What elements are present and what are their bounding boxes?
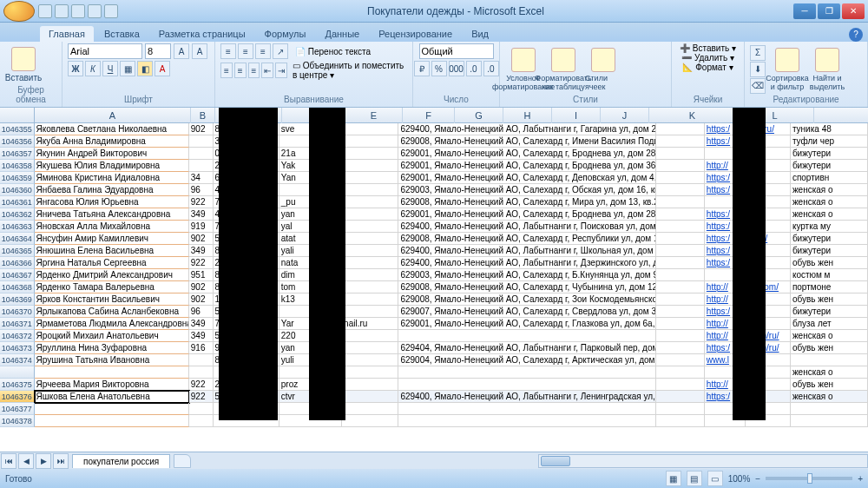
cell[interactable] xyxy=(342,148,398,160)
cell-address[interactable] xyxy=(398,403,656,415)
cell[interactable] xyxy=(656,257,704,269)
cell-address[interactable]: 629008, Ямало-Ненецкий АО, Салехард г, Р… xyxy=(398,233,656,245)
cell[interactable]: 951 xyxy=(189,269,214,281)
cell[interactable] xyxy=(656,135,704,148)
cell[interactable] xyxy=(342,245,398,257)
col-header[interactable]: E xyxy=(345,108,403,123)
cell-address[interactable]: 629004, Ямало-Ненецкий АО, Салехард г, А… xyxy=(398,354,656,366)
zoom-out-icon[interactable]: − xyxy=(755,474,760,484)
align-center-icon[interactable]: ≡ xyxy=(234,63,247,78)
align-right-icon[interactable]: ≡ xyxy=(248,63,260,78)
col-header[interactable]: H xyxy=(503,108,552,123)
cell[interactable] xyxy=(656,160,704,172)
row-header[interactable]: 1046372 xyxy=(0,330,35,342)
cell[interactable]: туфли чер xyxy=(791,135,868,148)
cell[interactable] xyxy=(656,208,704,221)
row-header[interactable]: 1046362 xyxy=(0,208,35,221)
format-cells-button[interactable]: 📐 Формат ▾ xyxy=(682,63,733,72)
cell[interactable]: 349 xyxy=(189,245,214,257)
cell[interactable] xyxy=(342,366,398,379)
currency-icon[interactable]: ₽ xyxy=(414,61,430,76)
cell[interactable]: 34 xyxy=(189,172,214,184)
cell-address[interactable] xyxy=(398,330,656,342)
cell-name[interactable]: Ярчеева Мария Викторовна xyxy=(35,379,189,391)
tab-insert[interactable]: Вставка xyxy=(95,26,148,42)
view-normal-icon[interactable]: ▦ xyxy=(666,471,681,486)
cell-name[interactable]: Ярушина Татьяна Ивановна xyxy=(35,354,189,366)
cell-name[interactable]: Ярмаметова Людмила Александровна xyxy=(35,318,189,330)
bold-icon[interactable]: Ж xyxy=(68,61,83,76)
cell[interactable] xyxy=(656,330,704,342)
col-header[interactable]: I xyxy=(552,108,601,123)
cell[interactable] xyxy=(189,135,214,148)
sheet-tab-active[interactable]: покупатели россия xyxy=(72,454,170,468)
cell[interactable]: бижутери xyxy=(791,306,868,318)
tab-view[interactable]: Вид xyxy=(463,26,497,42)
cell[interactable]: 919 xyxy=(189,221,214,233)
sheet-nav-first[interactable]: ⏮ xyxy=(1,453,16,469)
cell[interactable] xyxy=(656,379,704,391)
cell-name[interactable]: Яковлева Светлана Николаевна xyxy=(35,123,189,135)
cell[interactable]: бижутери xyxy=(791,148,868,160)
shrink-font-icon[interactable]: A xyxy=(192,43,207,59)
help-icon[interactable]: ? xyxy=(849,28,863,42)
horizontal-scrollbar[interactable] xyxy=(538,454,868,468)
qat-print-icon[interactable] xyxy=(88,4,102,18)
cell[interactable]: 922 xyxy=(189,257,214,269)
cell[interactable]: обувь жен xyxy=(791,257,868,269)
cell-address[interactable]: 629001, Ямало-Ненецкий АО, Салехард г, Б… xyxy=(398,148,656,160)
cell[interactable]: 96 xyxy=(189,184,214,196)
cell[interactable] xyxy=(189,403,214,415)
insert-cells-button[interactable]: ➕ Вставить ▾ xyxy=(680,43,736,53)
cell-address[interactable]: 629001, Ямало-Ненецкий АО, Салехард г, Б… xyxy=(398,208,656,221)
cell[interactable]: 902 xyxy=(189,233,214,245)
col-header[interactable]: J xyxy=(601,108,649,123)
cell-address[interactable]: 629404, Ямало-Ненецкий АО, Лабытнанги г,… xyxy=(398,342,656,354)
cell[interactable]: женская о xyxy=(791,208,868,221)
cell-address[interactable] xyxy=(398,366,656,379)
indent-dec-icon[interactable]: ⇤ xyxy=(261,63,273,78)
cell-name[interactable] xyxy=(35,366,189,379)
tab-review[interactable]: Рецензирование xyxy=(370,26,461,42)
find-select-button[interactable]: Найти и выделить xyxy=(809,48,845,91)
new-sheet-button[interactable] xyxy=(174,454,191,468)
cell[interactable]: 349 xyxy=(189,318,214,330)
col-header[interactable]: K xyxy=(649,108,736,123)
cell[interactable] xyxy=(342,330,398,342)
percent-icon[interactable]: % xyxy=(431,61,447,76)
cell-name[interactable]: Яроцкий Михаил Анатольевич xyxy=(35,330,189,342)
cell[interactable]: 349 xyxy=(189,208,214,221)
cell-address[interactable]: 629400, Ямало-Ненецкий АО, Лабытнанги г,… xyxy=(398,221,656,233)
row-header[interactable]: 1046355 xyxy=(0,123,35,135)
italic-icon[interactable]: К xyxy=(85,61,101,76)
cell[interactable] xyxy=(342,415,398,427)
cell-address[interactable]: 629001, Ямало-Ненецкий АО, Салехард г, Г… xyxy=(398,318,656,330)
cell[interactable] xyxy=(342,403,398,415)
row-header[interactable]: 1046369 xyxy=(0,293,35,306)
cell[interactable] xyxy=(656,293,704,306)
cell[interactable]: женская о xyxy=(791,184,868,196)
maximize-button[interactable]: ❐ xyxy=(818,3,840,19)
cell[interactable]: 902 xyxy=(189,281,214,293)
cell[interactable]: 902 xyxy=(189,123,214,135)
office-button[interactable] xyxy=(3,1,35,22)
cell[interactable] xyxy=(342,379,398,391)
cell-address[interactable]: 629007, Ямало-Ненецкий АО, Салехард г, С… xyxy=(398,306,656,318)
number-format-select[interactable] xyxy=(419,43,494,59)
orientation-icon[interactable]: ↗ xyxy=(273,43,288,59)
cell[interactable]: обувь жен xyxy=(791,293,868,306)
cell[interactable] xyxy=(189,415,214,427)
view-layout-icon[interactable]: ▤ xyxy=(687,471,702,486)
col-header[interactable]: B xyxy=(191,108,215,123)
cell[interactable]: костюм м xyxy=(791,269,868,281)
cell[interactable] xyxy=(656,366,704,379)
view-break-icon[interactable]: ▭ xyxy=(707,471,723,486)
cell-name[interactable]: Якунин Андрей Викторович xyxy=(35,148,189,160)
cell-name[interactable]: Яничева Татьяна Александровна xyxy=(35,208,189,221)
grow-font-icon[interactable]: A xyxy=(174,43,189,59)
scroll-thumb[interactable] xyxy=(541,456,570,466)
cell[interactable]: 922 xyxy=(189,379,214,391)
cell[interactable] xyxy=(342,342,398,354)
cell-name[interactable]: Янгасова Юлия Юрьевна xyxy=(35,196,189,208)
cell-address[interactable]: 629003, Ямало-Ненецкий АО, Салехард г, Б… xyxy=(398,269,656,281)
